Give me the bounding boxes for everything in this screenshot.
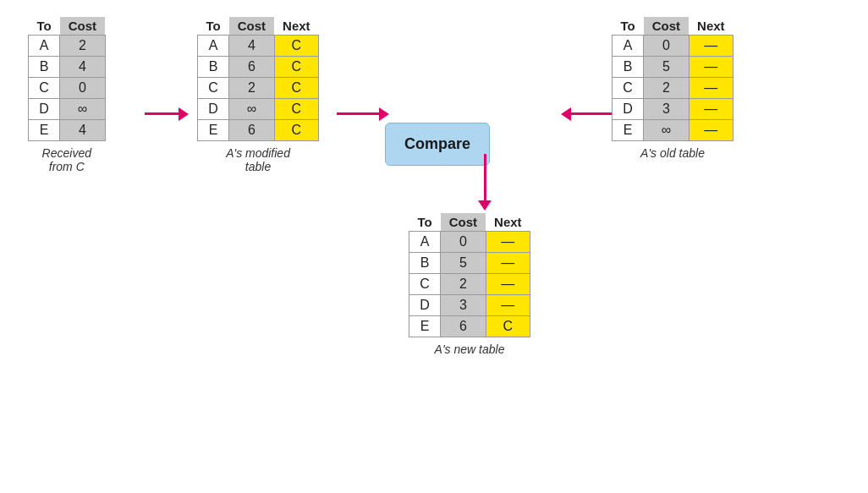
table-row: E ∞ — [613,119,733,140]
a-old-block: To Cost Next A 0 — B 5 — [612,17,733,160]
arrow-modified-to-compare [337,107,389,121]
old-caption: A's old table [640,146,705,160]
arrow-v-head [478,200,492,211]
received-caption: Receivedfrom C [42,146,91,173]
table-row: D 3 — [409,294,530,315]
new-caption: A's new table [435,342,505,356]
header-cost-4: Cost [441,213,486,232]
table-row: D 3 — [613,98,733,119]
table-row: B 4 [29,56,106,77]
a-modified-block: To Cost Next A 4 C B 6 C [197,17,319,173]
table-row: E 6 C [198,119,319,140]
diagram: To Cost A 2 B 4 C 0 [19,10,849,484]
table-row: C 0 [29,77,106,98]
arrow-received-to-modified [145,107,189,121]
new-table: To Cost Next A 0 — B 5 — [409,213,530,337]
received-table: To Cost A 2 B 4 C 0 [28,17,106,141]
table-row: C 2 C [198,77,319,98]
arrow-head [179,107,189,121]
header-to-4: To [409,213,441,232]
table-row: D ∞ C [198,98,319,119]
table-row: E 6 C [409,315,530,337]
arrow-line [145,112,179,115]
header-next-4: Next [486,213,530,232]
header-cost-3: Cost [644,17,689,36]
table-row: A 0 — [613,35,733,56]
arrow-old-to-compare [561,107,613,121]
header-cost-2: Cost [229,17,274,36]
arrow-line [571,112,613,115]
header-next-2: Next [274,17,319,36]
table-row: B 5 — [409,252,530,273]
table-row: E 4 [29,119,106,140]
table-row: C 2 — [409,273,530,294]
table-row: B 5 — [613,56,733,77]
arrow-line [337,112,379,115]
table-row: D ∞ [29,98,106,119]
old-table: To Cost Next A 0 — B 5 — [612,17,733,141]
table-row: A 0 — [409,231,530,252]
compare-label: Compare [404,135,470,153]
header-to-3: To [613,17,644,36]
table-row: A 4 C [198,35,319,56]
table-row: C 2 — [613,77,733,98]
modified-table: To Cost Next A 4 C B 6 C [197,17,319,141]
table-row: A 2 [29,35,106,56]
received-from-c-block: To Cost A 2 B 4 C 0 [28,17,106,173]
table-row: B 6 C [198,56,319,77]
header-to-2: To [198,17,229,36]
arrow-v-line [484,154,486,200]
header-next-3: Next [689,17,733,36]
header-to-1: To [29,17,60,36]
header-cost-1: Cost [60,17,105,36]
modified-caption: A's modifiedtable [226,146,290,173]
a-new-block: To Cost Next A 0 — B 5 — [409,213,530,356]
arrow-compare-down [478,154,492,211]
compare-box: Compare [385,85,490,166]
arrow-head-left [561,107,571,121]
